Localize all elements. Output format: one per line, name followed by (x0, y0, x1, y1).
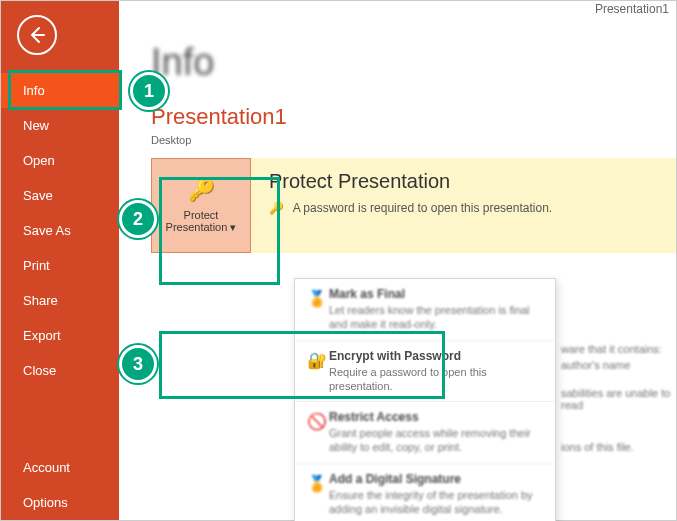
protect-btn-label-2: Presentation (166, 221, 228, 233)
ribbon-icon: 🏅 (305, 474, 329, 517)
sidebar-item-close[interactable]: Close (1, 353, 119, 388)
step-badge-2: 2 (119, 200, 157, 238)
backstage-sidebar: Info New Open Save Save As Print Share E… (1, 1, 119, 520)
dd-desc: Require a password to open this presenta… (329, 365, 545, 394)
dropdown-caret-icon: ▾ (230, 221, 236, 233)
lock-key-icon: 🔐 (305, 351, 329, 394)
menu-item-mark-as-final[interactable]: 🏅 Mark as Final Let readers know the pre… (295, 279, 555, 341)
dd-title: Mark as Final (329, 287, 545, 301)
sidebar-item-save[interactable]: Save (1, 178, 119, 213)
document-title: Presentation1 (151, 104, 676, 130)
sidebar-item-options[interactable]: Options (1, 485, 119, 520)
protect-btn-label-1: Protect (184, 209, 219, 221)
dd-title: Add a Digital Signature (329, 472, 545, 486)
bg-text-line4: ions of this file. (561, 441, 634, 453)
protect-info-panel: Protect Presentation 🔑 A password is req… (251, 158, 676, 253)
dd-desc: Let readers know the presentation is fin… (329, 303, 545, 332)
bg-text-line3: sabilities are unable to read (561, 387, 676, 411)
protect-desc: A password is required to open this pres… (293, 201, 553, 215)
ribbon-icon: 🏅 (305, 289, 329, 332)
sidebar-item-save-as[interactable]: Save As (1, 213, 119, 248)
sidebar-item-share[interactable]: Share (1, 283, 119, 318)
sidebar-item-export[interactable]: Export (1, 318, 119, 353)
step-badge-3: 3 (119, 345, 157, 383)
dd-desc: Grant people access while removing their… (329, 426, 545, 455)
no-entry-icon: 🚫 (305, 412, 329, 455)
sidebar-item-account[interactable]: Account (1, 450, 119, 485)
back-button[interactable] (17, 15, 57, 55)
protect-heading: Protect Presentation (269, 170, 658, 193)
sidebar-item-open[interactable]: Open (1, 143, 119, 178)
backstage-main: Info Presentation1 Desktop 🔑 Protect Pre… (119, 1, 676, 520)
dd-title: Restrict Access (329, 410, 545, 424)
protect-dropdown-menu: 🏅 Mark as Final Let readers know the pre… (294, 278, 556, 521)
step-badge-1: 1 (130, 72, 168, 110)
dd-desc: Ensure the integrity of the presentation… (329, 488, 545, 517)
key-icon: 🔑 (269, 201, 284, 215)
bg-text-line2: author's name (561, 359, 630, 371)
menu-item-restrict-access[interactable]: 🚫 Restrict Access Grant people access wh… (295, 402, 555, 464)
dd-title: Encrypt with Password (329, 349, 545, 363)
sidebar-item-new[interactable]: New (1, 108, 119, 143)
shield-key-icon: 🔑 (188, 177, 215, 203)
protect-presentation-button[interactable]: 🔑 Protect Presentation ▾ (151, 158, 251, 253)
back-arrow-icon (27, 25, 47, 45)
document-path: Desktop (151, 134, 676, 146)
page-title: Info (151, 41, 676, 84)
menu-item-encrypt-with-password[interactable]: 🔐 Encrypt with Password Require a passwo… (295, 341, 555, 403)
sidebar-item-print[interactable]: Print (1, 248, 119, 283)
sidebar-item-info[interactable]: Info (1, 73, 119, 108)
bg-text-line1: ware that it contains: (561, 343, 662, 355)
menu-item-add-digital-signature[interactable]: 🏅 Add a Digital Signature Ensure the int… (295, 464, 555, 521)
